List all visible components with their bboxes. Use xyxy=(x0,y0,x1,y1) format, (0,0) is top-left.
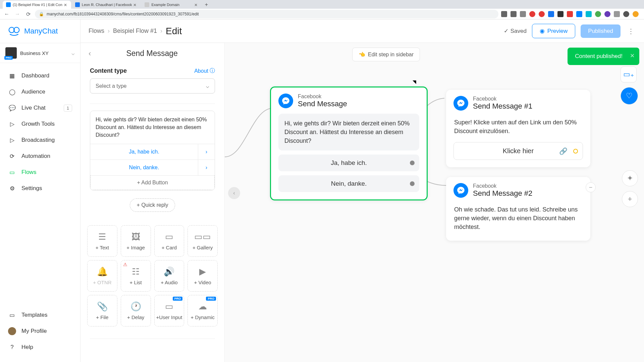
extension-icon[interactable] xyxy=(548,11,554,17)
back-button[interactable]: ← xyxy=(3,10,11,18)
gear-icon: ⚙ xyxy=(8,184,16,192)
nav-profile[interactable]: My Profile xyxy=(0,323,80,339)
node-message[interactable]: Super! Klicke unten auf den Link um den … xyxy=(453,116,583,137)
extension-icon[interactable] xyxy=(633,11,639,17)
output-port[interactable] xyxy=(410,181,415,186)
preview-button[interactable]: ◉ Preview xyxy=(532,24,575,38)
help-fab[interactable]: ♡ xyxy=(621,87,638,105)
message-text[interactable]: Hi, wie gehts dir? Wir bieten derzeit ei… xyxy=(90,111,215,144)
block-audio[interactable]: 🔊+ Audio xyxy=(154,260,184,292)
nav-audience[interactable]: ◯ Audience xyxy=(0,84,80,100)
block-gallery[interactable]: ▭▭+ Gallery xyxy=(187,225,218,257)
extension-icon[interactable] xyxy=(511,11,517,17)
node-message[interactable]: Hi, wie gehts dir? Wir bieten derzeit ei… xyxy=(278,114,419,150)
extension-icon[interactable] xyxy=(520,11,526,17)
node-message[interactable]: Oh wie schade. Das tut uns leid. Schreib… xyxy=(453,203,583,233)
extension-icon[interactable] xyxy=(604,11,610,17)
published-button[interactable]: Published xyxy=(581,24,621,38)
add-button[interactable]: + Add Button xyxy=(90,175,215,190)
nav-flows[interactable]: ▭ Flows xyxy=(0,164,80,180)
quick-reply-button[interactable]: + Quick reply xyxy=(130,198,175,212)
crumb-flows[interactable]: Flows xyxy=(89,27,104,35)
block-list[interactable]: ⚠☷+ List xyxy=(121,260,151,292)
node-header: Facebook Send Message #2 xyxy=(446,177,590,200)
chevron-right-icon[interactable]: › xyxy=(198,160,215,175)
extension-icon[interactable] xyxy=(529,11,535,17)
flow-canvas[interactable]: Content published! ✕ 👈 Edit step in side… xyxy=(225,43,644,362)
nav-help[interactable]: ? Help xyxy=(0,339,80,355)
add-step-button[interactable]: ▭₊ xyxy=(621,66,637,82)
flow-node-2[interactable]: − Facebook Send Message #2 Oh wie schade… xyxy=(446,177,590,241)
chevron-right-icon[interactable]: › xyxy=(198,144,215,160)
browser-tab[interactable]: Example Domain ✕ xyxy=(141,1,202,9)
nav-settings[interactable]: ⚙ Settings xyxy=(0,180,80,196)
magic-button[interactable]: ✦ xyxy=(622,170,638,186)
extension-icon[interactable] xyxy=(557,11,564,17)
crumb-flow-name[interactable]: Beispiel Flow #1 xyxy=(113,27,157,35)
extension-icon[interactable] xyxy=(623,11,629,17)
forward-button[interactable]: → xyxy=(13,10,21,18)
block-delay[interactable]: 🕐+ Delay xyxy=(121,295,151,326)
panel-collapse-handle[interactable]: ‹ xyxy=(228,187,240,199)
block-dynamic[interactable]: PRO☁+ Dynamic xyxy=(187,295,218,326)
address-bar: ← → ⟳ 🔒 manychat.com/fb181039443240830​9… xyxy=(0,9,644,19)
url-input[interactable]: 🔒 manychat.com/fb181039443240830​9/cms/f… xyxy=(35,10,498,18)
video-icon: ▶ xyxy=(199,266,206,277)
extension-icon[interactable] xyxy=(576,11,582,17)
nav-templates[interactable]: ▭ Templates xyxy=(0,307,80,323)
block-file[interactable]: 📎+ File xyxy=(87,295,117,326)
close-icon[interactable]: ✕ xyxy=(133,3,137,7)
node-button[interactable]: Nein, danke. xyxy=(278,175,419,192)
nav-broadcasting[interactable]: ▷ Broadcasting xyxy=(0,132,80,148)
zoom-in-button[interactable]: + xyxy=(622,191,638,207)
block-text[interactable]: ☰+ Text xyxy=(87,225,117,257)
block-video[interactable]: ▶+ Video xyxy=(187,260,218,292)
browser-tab[interactable]: Leon R. Chaudhari | Facebook ✕ xyxy=(72,1,141,9)
content-type-select[interactable]: Select a type ⌵ xyxy=(90,78,215,94)
extension-icon[interactable] xyxy=(539,11,545,17)
extension-icon[interactable] xyxy=(501,11,507,17)
back-arrow-icon[interactable]: ‹ xyxy=(89,49,91,58)
output-port[interactable] xyxy=(573,149,578,154)
flow-node-main[interactable]: Facebook Send Message Hi, wie gehts dir?… xyxy=(270,86,428,200)
message-card[interactable]: Hi, wie gehts dir? Wir bieten derzeit ei… xyxy=(90,111,215,190)
close-icon[interactable]: ✕ xyxy=(194,3,198,7)
node-button[interactable]: Ja, habe ich. xyxy=(278,155,419,171)
tab-title: Leon R. Chaudhari | Facebook xyxy=(82,3,132,7)
close-icon[interactable]: ✕ xyxy=(64,3,68,7)
node-link-button[interactable]: Klicke hier 🔗 xyxy=(453,142,583,160)
node-platform: Facebook xyxy=(298,94,347,100)
chevron-down-icon: ⌵ xyxy=(71,50,75,56)
block-image[interactable]: 🖼+ Image xyxy=(121,225,151,257)
block-user-input[interactable]: PRO▭+User Input xyxy=(154,295,184,326)
reload-button[interactable]: ⟳ xyxy=(24,10,32,18)
edit-hint[interactable]: 👈 Edit step in sidebar xyxy=(352,48,420,61)
nav-growth-tools[interactable]: ▷ Growth Tools xyxy=(0,116,80,132)
block-label: + File xyxy=(96,314,108,320)
block-otnr[interactable]: 🔔+ OTNR xyxy=(87,260,117,292)
extension-icon[interactable] xyxy=(614,11,620,17)
block-card[interactable]: ▭+ Card xyxy=(154,225,184,257)
message-button-row[interactable]: Nein, danke. › xyxy=(90,160,215,175)
close-icon[interactable]: ✕ xyxy=(630,52,635,59)
more-button[interactable]: ⋮ xyxy=(626,24,636,38)
about-link[interactable]: About ⓘ xyxy=(194,67,215,74)
node-button-label: Klicke hier xyxy=(503,147,534,155)
pro-badge: PRO xyxy=(4,56,13,60)
output-port[interactable] xyxy=(410,161,415,165)
extension-icon[interactable] xyxy=(567,11,573,17)
nav-dashboard[interactable]: ▦ Dashboard xyxy=(0,68,80,84)
extension-icon[interactable] xyxy=(595,11,601,17)
extension-icon[interactable] xyxy=(586,11,592,17)
nav-automation[interactable]: ⟳ Automation xyxy=(0,148,80,164)
new-tab-button[interactable]: + xyxy=(202,1,210,9)
block-label: + Image xyxy=(126,245,145,250)
workspace-selector[interactable]: PRO Business XY ⌵ xyxy=(0,43,80,63)
collapse-node-button[interactable]: − xyxy=(586,182,596,192)
brand[interactable]: ManyChat xyxy=(0,19,80,43)
message-button-row[interactable]: Ja, habe ich. › xyxy=(90,144,215,160)
browser-tab[interactable]: (1) Beispiel Flow #1 | Edit Con ✕ xyxy=(3,1,71,9)
favicon xyxy=(145,2,149,7)
flow-node-1[interactable]: Facebook Send Message #1 Super! Klicke u… xyxy=(446,90,590,167)
nav-live-chat[interactable]: 💬 Live Chat 1 xyxy=(0,100,80,116)
